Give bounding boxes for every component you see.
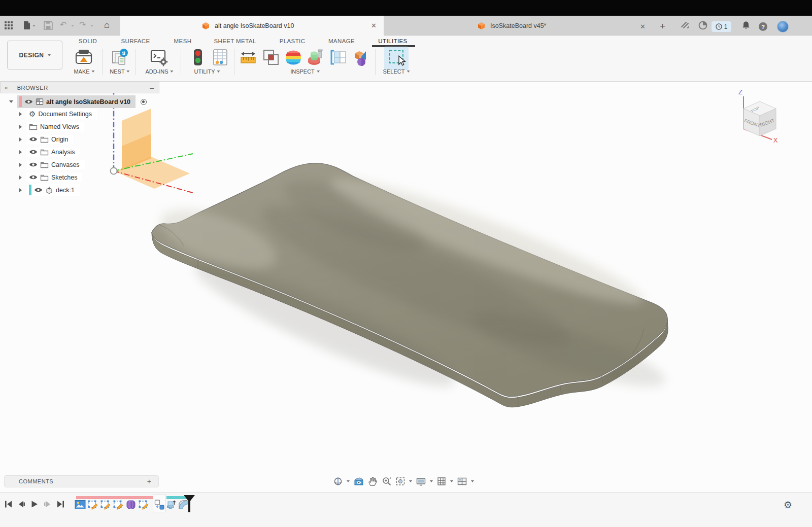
select-tool-icon[interactable] (384, 47, 409, 70)
browser-item-analysis[interactable]: Analysis (19, 146, 163, 158)
group-label-make[interactable]: MAKE (74, 68, 94, 75)
visibility-eye-icon[interactable] (24, 98, 33, 105)
timeline-form-feature[interactable] (125, 499, 137, 510)
group-label-inspect[interactable]: INSPECT (290, 68, 320, 75)
workspace-selector-button[interactable]: DESIGN (7, 41, 62, 69)
ribbon-tab-manage[interactable]: MANAGE (328, 36, 355, 46)
timeline-sketch-feature[interactable] (87, 499, 98, 510)
job-status-icon[interactable] (681, 21, 690, 30)
step-back-icon[interactable] (17, 500, 26, 508)
redo-caret[interactable] (90, 25, 93, 26)
item-label[interactable]: Document Settings (38, 111, 92, 118)
look-at-icon[interactable] (353, 476, 364, 486)
visibility-eye-icon[interactable] (29, 174, 38, 181)
pan-icon[interactable] (368, 476, 378, 486)
zoom-icon[interactable] (382, 476, 392, 486)
group-label-select[interactable]: SELECT (383, 68, 410, 75)
item-label[interactable]: Analysis (51, 149, 75, 156)
browser-minimize-icon[interactable]: – (150, 84, 154, 92)
browser-item-deck-component[interactable]: deck:1 (19, 184, 163, 196)
orbit-icon[interactable] (333, 476, 343, 486)
add-comment-icon[interactable]: + (147, 477, 151, 485)
settings-gear-icon[interactable]: ⚙ (784, 499, 792, 511)
visibility-eye-icon[interactable] (34, 187, 43, 193)
app-grid-icon[interactable] (4, 21, 13, 30)
nest-icon[interactable] (110, 48, 129, 67)
viewports-caret[interactable] (471, 480, 474, 482)
timeline-sketch-feature[interactable] (113, 499, 124, 510)
utility-table-icon[interactable] (211, 48, 230, 67)
measure-icon[interactable] (239, 48, 258, 67)
skip-to-end-icon[interactable] (56, 500, 65, 508)
tab-close-icon[interactable]: ✕ (371, 22, 377, 29)
fit-view-icon[interactable] (395, 476, 405, 486)
timeline-new-component-feature[interactable] (154, 499, 165, 510)
curvature-analysis-icon[interactable] (284, 48, 303, 67)
root-item-label[interactable]: alt angle IsoSkateBoard v10 (46, 98, 130, 106)
undo-icon[interactable]: ↶ (60, 21, 66, 29)
group-label-utility[interactable]: UTILITY (194, 68, 220, 75)
activate-component-radio[interactable] (139, 97, 148, 106)
browser-item-named-views[interactable]: Named Views (19, 120, 163, 133)
undo-caret[interactable] (71, 25, 74, 26)
browser-root-row[interactable]: alt angle IsoSkateBoard v10 (9, 96, 163, 108)
grid-snap-icon[interactable] (436, 476, 447, 486)
save-icon[interactable] (44, 21, 53, 30)
ribbon-tab-sheet-metal[interactable]: SHEET METAL (214, 36, 256, 46)
help-icon[interactable]: ? (759, 22, 767, 31)
ribbon-tab-utilities[interactable]: UTILITIES (378, 36, 407, 46)
item-label[interactable]: deck:1 (56, 187, 75, 194)
ribbon-tab-solid[interactable]: SOLID (79, 36, 97, 46)
ribbon-tab-mesh[interactable]: MESH (174, 36, 192, 46)
skateboard-deck-model[interactable] (152, 162, 671, 407)
play-icon[interactable] (30, 500, 39, 508)
interference-icon[interactable] (261, 48, 281, 67)
ribbon-tab-plastic[interactable]: PLASTIC (280, 36, 306, 46)
addins-scripts-icon[interactable] (149, 48, 168, 67)
component-color-icon[interactable] (351, 48, 370, 67)
ribbon-tab-surface[interactable]: SURFACE (121, 36, 150, 46)
visibility-eye-icon[interactable] (29, 136, 38, 143)
document-tab-inactive[interactable]: IsoSkateBoard v45* (469, 16, 662, 36)
new-tab-icon[interactable]: + (660, 21, 665, 32)
fit-caret[interactable] (409, 480, 412, 482)
browser-collapse-icon[interactable]: « (5, 84, 8, 91)
expand-chevron-icon[interactable] (19, 150, 22, 154)
timeline-position-marker[interactable] (182, 494, 197, 513)
user-avatar[interactable] (777, 21, 789, 32)
display-caret[interactable] (430, 480, 433, 482)
browser-item-document-settings[interactable]: ⚙ Document Settings (19, 108, 163, 120)
utility-traffic-light-icon[interactable] (188, 48, 208, 67)
expand-chevron-icon[interactable] (19, 137, 22, 142)
skip-to-start-icon[interactable] (4, 500, 13, 508)
section-view-icon[interactable] (329, 48, 348, 67)
comments-bar[interactable]: COMMENTS + (4, 475, 159, 487)
section-analysis-icon[interactable] (306, 48, 325, 67)
expand-chevron-icon[interactable] (19, 112, 22, 116)
timeline-canvas-feature[interactable] (75, 499, 86, 510)
browser-item-sketches[interactable]: Sketches (19, 171, 163, 184)
item-label[interactable]: Canvases (51, 161, 80, 168)
grid-caret[interactable] (450, 480, 453, 482)
make-3d-print-icon[interactable] (74, 48, 93, 67)
browser-item-origin[interactable]: Origin (19, 133, 163, 146)
file-menu-icon[interactable] (22, 21, 31, 30)
timeline-sketch-feature[interactable] (100, 499, 111, 510)
browser-item-canvases[interactable]: Canvases (19, 158, 163, 171)
redo-icon[interactable]: ↷ (79, 21, 86, 29)
document-tab-active[interactable]: alt angle IsoSkateBoard v10 ✕ (120, 16, 384, 36)
expand-chevron-icon[interactable] (9, 100, 13, 103)
browser-header[interactable]: « BROWSER – (0, 82, 159, 93)
expand-chevron-icon[interactable] (19, 188, 22, 192)
item-label[interactable]: Named Views (40, 123, 79, 130)
tab-close-icon[interactable]: ✕ (640, 23, 646, 30)
group-label-nest[interactable]: NEST (110, 68, 129, 75)
orbit-caret[interactable] (347, 480, 350, 482)
group-label-addins[interactable]: ADD-INS (145, 68, 173, 75)
timeline-extrude-feature[interactable] (165, 499, 177, 510)
item-label[interactable]: Origin (51, 136, 68, 143)
expand-chevron-icon[interactable] (19, 175, 22, 180)
visibility-eye-icon[interactable] (29, 149, 38, 155)
item-label[interactable]: Sketches (51, 174, 77, 181)
home-icon[interactable]: ⌂ (104, 20, 110, 29)
